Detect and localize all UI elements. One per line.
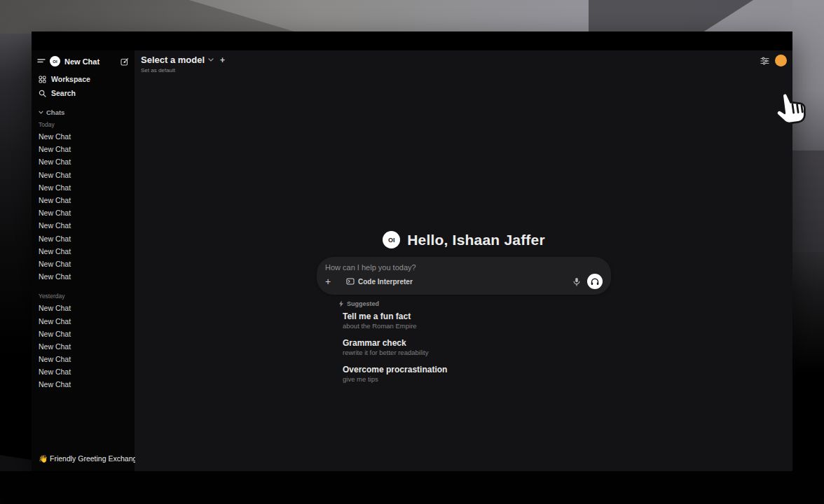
suggestion-subtitle: about the Roman Empire <box>343 322 611 330</box>
main-area: Select a model + Set as default <box>135 50 792 471</box>
greeting-logo: OI <box>383 231 400 248</box>
suggestion-title: Overcome procrastination <box>343 365 611 374</box>
sidebar-title: New Chat <box>64 57 116 66</box>
chat-list-item[interactable]: New Chat <box>37 219 129 232</box>
wallpaper-bottom-band <box>0 471 824 504</box>
add-model-button[interactable]: + <box>220 55 225 65</box>
sidebar-nav: Workspace Search <box>32 71 135 102</box>
wallpaper-left-band <box>0 34 32 504</box>
wallpaper-right-band <box>792 0 824 504</box>
sidebar-item-search[interactable]: Search <box>37 86 129 100</box>
chat-list-item[interactable]: New Chat <box>37 155 129 168</box>
suggested-section: Suggested Tell me a fun factabout the Ro… <box>317 300 611 387</box>
chat-list-item[interactable]: New Chat <box>37 181 129 194</box>
suggestions-list: Tell me a fun factabout the Roman Empire… <box>338 307 611 387</box>
chat-list-item[interactable]: New Chat <box>37 314 129 327</box>
chat-list-item[interactable]: New Chat <box>37 245 129 258</box>
suggestion-item[interactable]: Grammar checkrewrite it for better reada… <box>338 334 611 360</box>
app-window: OI New Chat <box>32 31 792 471</box>
chat-list-item[interactable]: New Chat <box>37 194 129 206</box>
model-selector[interactable]: Select a model + <box>141 55 225 65</box>
suggestion-title: Grammar check <box>343 338 611 348</box>
attach-button[interactable]: + <box>325 276 336 286</box>
chat-section-label: Yesterday <box>37 283 129 302</box>
suggestion-subtitle: rewrite it for better readability <box>343 349 611 357</box>
settings-sliders-icon[interactable] <box>760 57 769 65</box>
chats-section-label: Chats <box>46 108 64 116</box>
suggestion-title: Tell me a fun fact <box>343 312 611 321</box>
chat-list-item[interactable]: New Chat <box>37 169 129 181</box>
code-interpreter-toggle[interactable]: Code Interpreter <box>346 278 413 286</box>
code-interpreter-icon <box>346 278 355 285</box>
chat-list-item[interactable]: New Chat <box>37 143 129 155</box>
voice-call-button[interactable] <box>587 274 603 289</box>
chevron-down-icon <box>39 111 43 114</box>
chat-list-item[interactable]: New Chat <box>37 378 129 391</box>
desktop-background: OI New Chat <box>0 0 824 504</box>
chats-section-toggle[interactable]: Chats <box>32 102 135 118</box>
sidebar-header: OI New Chat <box>32 55 135 71</box>
user-avatar[interactable] <box>775 55 787 66</box>
input-toolbar: + Code Interpreter <box>325 274 603 289</box>
chat-list-item[interactable]: New Chat <box>37 302 129 314</box>
chat-input[interactable] <box>325 263 603 272</box>
wallpaper-shape <box>792 150 824 252</box>
suggested-label: Suggested <box>347 300 379 307</box>
model-selector-area: Select a model + Set as default <box>141 55 225 74</box>
chat-list-item[interactable]: New Chat <box>37 206 129 219</box>
chat-input-card[interactable]: + Code Interpreter <box>317 257 611 295</box>
sidebar-item-label: Workspace <box>51 75 90 83</box>
window-titlebar <box>32 31 792 50</box>
chat-list-item[interactable]: New Chat <box>37 258 129 270</box>
sidebar-item-workspace[interactable]: Workspace <box>37 72 129 86</box>
sidebar-item-label: Search <box>51 89 76 97</box>
greeting: OI Hello, Ishaan Jaffer <box>317 231 611 248</box>
bolt-icon <box>338 300 344 307</box>
mic-icon[interactable] <box>573 277 580 286</box>
chat-list-item[interactable]: New Chat <box>37 353 129 365</box>
chat-list-item-named[interactable]: 👋 Friendly Greeting Exchange <box>37 453 129 465</box>
code-interpreter-label: Code Interpreter <box>358 278 413 286</box>
chat-list-item[interactable]: New Chat <box>37 340 129 353</box>
suggestion-item[interactable]: Tell me a fun factabout the Roman Empire <box>338 307 611 334</box>
sidebar-toggle-icon[interactable] <box>37 58 46 65</box>
suggestion-item[interactable]: Overcome procrastinationgive me tips <box>338 360 611 387</box>
chat-list: TodayNew ChatNew ChatNew ChatNew ChatNew… <box>32 118 135 453</box>
chat-list-item[interactable]: New Chat <box>37 130 129 143</box>
chat-list-item[interactable]: New Chat <box>37 232 129 245</box>
chat-list-item[interactable]: New Chat <box>37 270 129 283</box>
chat-section-label: Today <box>37 118 129 130</box>
suggestion-subtitle: give me tips <box>343 375 611 384</box>
chevron-down-icon <box>208 58 214 62</box>
topbar-right <box>760 55 787 66</box>
search-icon <box>39 90 46 97</box>
grid-icon <box>39 76 46 83</box>
home-content: OI Hello, Ishaan Jaffer + <box>317 231 611 387</box>
set-as-default-button[interactable]: Set as default <box>141 67 225 74</box>
new-chat-edit-icon[interactable] <box>121 57 129 66</box>
chat-list-item[interactable]: New Chat <box>37 328 129 340</box>
app-logo: OI <box>50 56 60 66</box>
chat-list-item[interactable]: New Chat <box>37 365 129 378</box>
model-selector-label: Select a model <box>141 55 205 65</box>
greeting-text: Hello, Ishaan Jaffer <box>407 232 545 248</box>
sidebar: OI New Chat <box>32 50 135 471</box>
suggested-header: Suggested <box>338 300 611 307</box>
